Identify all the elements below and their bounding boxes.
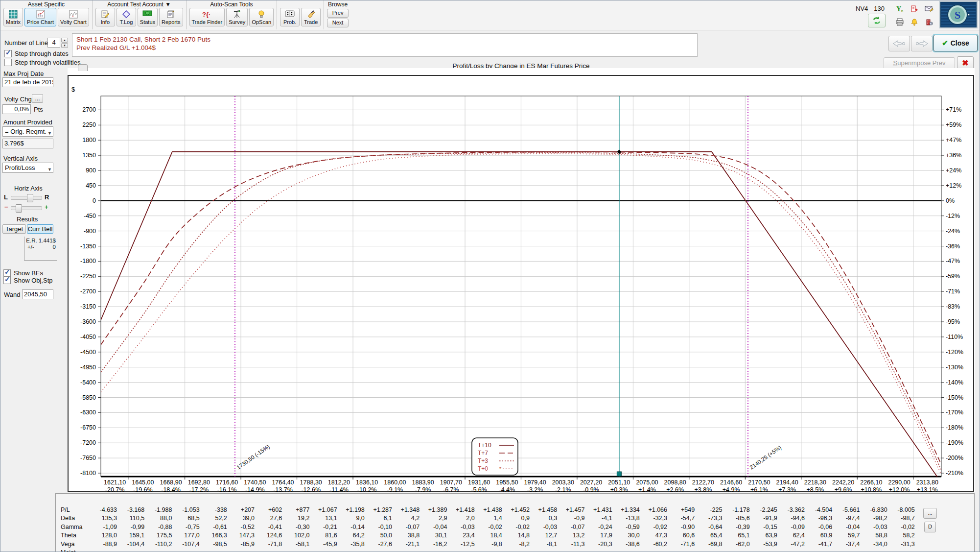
svg-text:1716,60: 1716,60 xyxy=(216,479,238,486)
wand-input[interactable]: 2045,50 xyxy=(22,289,53,299)
table-cell: -4.633 xyxy=(91,506,117,513)
svg-text:-20,7%: -20,7% xyxy=(105,486,125,492)
table-cell: -58,1 xyxy=(283,541,309,548)
table-cell: -34,0 xyxy=(861,541,887,548)
toolbar-group-label: Auto-Scan Tools xyxy=(210,1,253,8)
mail-icon-button[interactable] xyxy=(925,5,933,14)
toolbar-button-price-chart[interactable]: Price Chart xyxy=(24,8,56,26)
svg-text:-47%: -47% xyxy=(946,258,960,264)
table-cell: +1.418 xyxy=(448,506,475,513)
export-icon-button[interactable] xyxy=(910,5,918,15)
y-icon-button[interactable]: Yb xyxy=(896,5,904,15)
bell-icon-button[interactable] xyxy=(910,18,918,28)
table-cell: +1.438 xyxy=(476,506,502,513)
browse-next-button[interactable]: Next xyxy=(327,19,349,27)
table-cell: -69,8 xyxy=(696,541,722,548)
table-cell: 14,8 xyxy=(503,532,530,539)
toolbar-button-prob-[interactable]: Prob. xyxy=(280,8,300,26)
amount-provided-dropdown[interactable]: = Orig. Reqmt.▼ xyxy=(2,126,53,137)
print-icon xyxy=(895,18,904,26)
zoom-slider[interactable] xyxy=(11,206,42,210)
table-more-button[interactable]: ... xyxy=(923,508,937,519)
app-code: NV4 xyxy=(856,5,868,12)
y-icon: Yb xyxy=(896,5,904,13)
sync-icon xyxy=(871,16,882,25)
table-cell: +549 xyxy=(668,506,695,513)
toolbar-group-label[interactable]: Account Test Account ▼ xyxy=(107,1,171,8)
target-button[interactable]: Target xyxy=(2,224,26,234)
table-cell: -3.168 xyxy=(118,506,144,513)
table-cell: 47,3 xyxy=(641,532,667,539)
svg-text:-140%: -140% xyxy=(946,379,963,386)
show-obj-stp-checkbox[interactable]: ✓ Show Obj,Stp xyxy=(3,277,53,284)
vertical-axis-dropdown[interactable]: Profit/Loss▼ xyxy=(2,163,53,173)
svg-text:?{·: ?{· xyxy=(202,11,210,18)
max-proj-date-label: Max Proj Date xyxy=(3,70,44,77)
svg-text:+10,8%: +10,8% xyxy=(861,486,882,492)
toolbar-button-volty-chart[interactable]: Volty Chart xyxy=(58,8,89,26)
svg-text:-150%: -150% xyxy=(946,394,963,401)
max-proj-date-input[interactable]: 21 de feb de 2015 xyxy=(2,77,53,87)
table-cell: -9,8 xyxy=(476,541,502,548)
svg-text:-17,2%: -17,2% xyxy=(189,486,209,492)
volty-chg-more-button[interactable]: ... xyxy=(32,94,43,103)
svg-text:-4050: -4050 xyxy=(80,334,96,340)
status-icon xyxy=(142,10,152,17)
table-cell: 50,0 xyxy=(366,532,392,539)
svg-text:-7650: -7650 xyxy=(80,455,96,461)
toolbar-button-info[interactable]: Info xyxy=(95,8,115,26)
forward-arrow-icon xyxy=(914,40,929,48)
back-button[interactable] xyxy=(888,36,910,51)
table-cell: 30,0 xyxy=(613,532,640,539)
table-cell: -0,06 xyxy=(806,524,832,530)
table-d-button[interactable]: D xyxy=(924,522,936,532)
volty-chart-icon xyxy=(69,10,78,19)
svg-text:2250: 2250 xyxy=(82,121,96,128)
step-dates-checkbox[interactable]: ✓ Step through dates xyxy=(4,50,69,57)
toolbar-button-trade-finder[interactable]: ?{·Trade Finder xyxy=(189,8,225,26)
pl-chart[interactable]: 27002250180013509004500-450-900-1350-180… xyxy=(68,68,975,492)
toolbar-button-survey[interactable]: Survey xyxy=(226,8,248,26)
slider-handle[interactable] xyxy=(27,194,33,202)
svg-text:+71%: +71% xyxy=(946,106,961,113)
browse-prev-button[interactable]: Prev xyxy=(327,9,349,18)
building-icon-button[interactable] xyxy=(925,18,933,28)
toolbar-button-trade[interactable]: Trade xyxy=(301,8,321,26)
sync-button[interactable] xyxy=(868,14,886,27)
currency-axis-label: $ xyxy=(71,86,75,93)
table-cell: 60,6 xyxy=(668,532,695,539)
table-cell: 60,9 xyxy=(806,532,832,539)
forward-button[interactable] xyxy=(911,36,933,51)
table-cell: +1.458 xyxy=(531,506,557,513)
number-of-lines-stepper[interactable]: ▲▼ xyxy=(61,38,68,48)
toolbar: Asset SpecificMatrixPrice ChartVolty Cha… xyxy=(0,0,980,30)
toolbar-button-t-log[interactable]: T.Log xyxy=(117,8,136,26)
table-cell: 135,3 xyxy=(91,515,117,522)
panel-collapse-tab[interactable] xyxy=(78,64,88,71)
slider-handle[interactable] xyxy=(16,204,22,213)
toolbar-button-status[interactable]: Status xyxy=(138,8,158,26)
print-icon-button[interactable] xyxy=(895,18,904,28)
results-label: Results xyxy=(17,216,38,223)
table-cell: -2.245 xyxy=(751,506,777,513)
table-cell: 13,2 xyxy=(558,532,584,539)
svg-text:-3600: -3600 xyxy=(80,318,96,325)
svg-text:T+7: T+7 xyxy=(478,450,488,456)
close-button[interactable]: ✔ Close xyxy=(933,35,978,51)
toolbar-button-reports[interactable]: Reports xyxy=(159,8,183,26)
curr-bell-button[interactable]: Curr Bell xyxy=(27,224,53,234)
horiz-axis-slider[interactable] xyxy=(11,196,42,200)
toolbar-button-label: Price Chart xyxy=(27,20,54,25)
svg-text:-190%: -190% xyxy=(946,439,963,446)
table-cell: 110,5 xyxy=(118,515,144,522)
svg-text:+1,4%: +1,4% xyxy=(638,486,656,492)
toolbar-button-matrix[interactable]: Matrix xyxy=(3,8,23,26)
wand-marker[interactable] xyxy=(617,472,621,476)
row-label: Delta xyxy=(61,515,75,522)
table-cell: +1.287 xyxy=(366,506,392,513)
vertical-axis-label: Vertical Axis xyxy=(3,155,38,162)
number-of-lines-input[interactable]: 4 xyxy=(47,38,60,48)
toolbar-button-opscan[interactable]: OpScan xyxy=(249,8,274,26)
volty-chg-input[interactable]: 0,0% xyxy=(2,104,31,114)
check-icon: ✔ xyxy=(942,39,948,48)
